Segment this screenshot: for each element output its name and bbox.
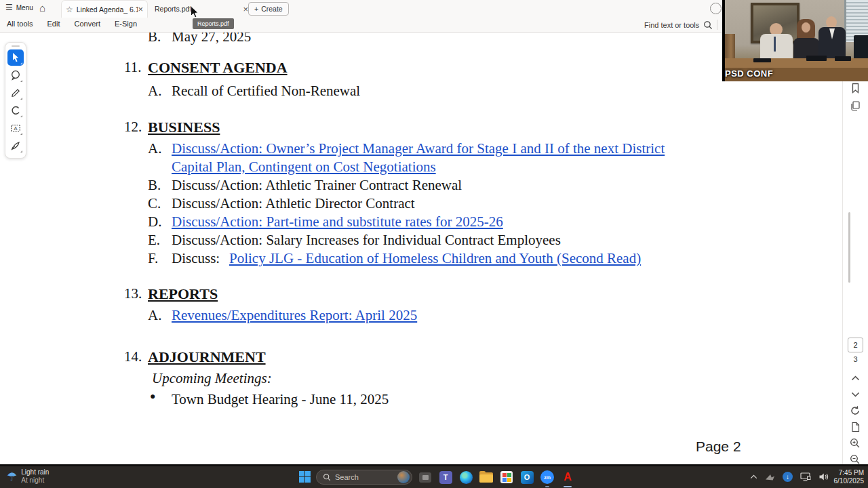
text-box-icon: A <box>10 123 21 134</box>
weather-detail: At night <box>21 476 49 485</box>
select-tool[interactable] <box>7 49 24 66</box>
store-icon <box>500 471 513 483</box>
active-indicator <box>564 486 572 488</box>
bullet-icon: ● <box>150 391 155 402</box>
previous-page-button[interactable] <box>849 372 861 384</box>
chevron-up-icon <box>851 375 860 381</box>
menu-label: Menu <box>16 4 33 12</box>
section-title: BUSINESS <box>148 119 220 136</box>
paper-plane-icon[interactable] <box>765 473 775 481</box>
search-icon <box>703 20 713 30</box>
tab-reports-pdf[interactable]: Reports.pdf × <box>149 0 254 18</box>
weather-widget[interactable]: ☂ Light rain At night <box>7 468 49 485</box>
section-number: 13. <box>124 285 142 302</box>
current-page-input[interactable]: 2 <box>848 338 863 352</box>
agenda-link[interactable]: Discuss/Action: Part-time and substitute… <box>172 214 503 230</box>
taskbar-app-store[interactable] <box>499 470 514 485</box>
agenda-line: Upcoming Meetings: <box>0 370 843 388</box>
fit-page-button[interactable] <box>849 421 861 433</box>
laptop <box>806 56 827 61</box>
rotate-page-button[interactable] <box>849 405 861 417</box>
item-text: Discuss/Action: Athletic Director Contra… <box>172 195 415 212</box>
item-label: A. <box>148 83 161 100</box>
edit-button[interactable]: Edit <box>47 20 60 28</box>
start-button[interactable] <box>299 471 311 483</box>
add-text-tool[interactable]: A <box>7 120 24 136</box>
home-button[interactable]: ⌂ <box>39 2 45 14</box>
quick-tools-palette: A <box>5 42 26 159</box>
agenda-line: F. Discuss: Policy JLG - Education of Ho… <box>0 250 843 268</box>
zoom-in-button[interactable] <box>849 437 861 449</box>
section-heading: 13. REPORTS <box>0 285 843 304</box>
page-thumbnails-button[interactable] <box>849 100 861 112</box>
pencil-icon <box>10 87 21 98</box>
agenda-line: B. Discuss/Action: Athletic Trainer Cont… <box>0 177 843 195</box>
bookmarks-button[interactable] <box>849 82 861 94</box>
palette-drag-handle[interactable] <box>12 45 20 47</box>
convert-button[interactable]: Convert <box>75 20 101 28</box>
star-icon[interactable]: ☆ <box>66 5 73 14</box>
page-number-label: Page 2 <box>696 439 741 455</box>
item-label: B. <box>148 177 161 194</box>
acrobat-icon: A <box>564 471 572 483</box>
next-page-button[interactable] <box>849 388 861 401</box>
taskbar-search[interactable]: Search <box>316 470 412 485</box>
close-tab-icon[interactable]: × <box>138 5 143 14</box>
taskbar-app-acrobat[interactable]: A <box>560 470 575 485</box>
taskbar-app-window[interactable] <box>418 470 433 485</box>
plus-icon: + <box>254 5 258 13</box>
laptop <box>753 58 771 62</box>
esign-button[interactable]: E-Sign <box>115 20 137 28</box>
zoom-out-icon <box>850 454 861 465</box>
draw-tool[interactable] <box>7 85 24 101</box>
find-text-button[interactable]: Find text or tools <box>644 20 732 30</box>
download-arrow-icon[interactable]: ↓ <box>783 472 793 482</box>
section-title: REPORTS <box>148 285 218 303</box>
agenda-link[interactable]: Discuss/Action: Owner’s Project Manager … <box>172 140 665 157</box>
section-heading: 14. ADJOURNMENT <box>0 348 843 367</box>
agenda-link[interactable]: Policy JLG - Education of Homeless Child… <box>229 250 641 267</box>
comment-tool[interactable] <box>7 67 24 83</box>
section-heading: 12. BUSINESS <box>0 119 843 137</box>
chevron-down-icon <box>851 392 860 397</box>
all-tools-button[interactable]: All tools <box>7 20 33 28</box>
speaker-icon[interactable] <box>818 472 829 481</box>
windows-taskbar: ☂ Light rain At night Search T <box>0 464 868 488</box>
page-fit-icon <box>850 422 861 432</box>
tab-linked-agenda[interactable]: ☆ Linked Agenda_ 6.10.25 _ × <box>61 0 148 18</box>
windows-logo-icon <box>305 471 311 476</box>
agenda-line: A. Revenues/Expenditures Report: April 2… <box>0 307 843 325</box>
bookmark-icon <box>850 83 861 94</box>
search-placeholder: Search <box>335 473 397 481</box>
tray-clock[interactable]: 7:45 PM 6/10/2025 <box>834 469 865 485</box>
tray-chevron-up-icon[interactable] <box>750 474 757 479</box>
agenda-link[interactable]: Revenues/Expenditures Report: April 2025 <box>172 307 417 324</box>
taskbar-app-explorer[interactable] <box>479 470 494 485</box>
search-highlight-image <box>397 471 410 483</box>
pages-icon <box>850 100 861 111</box>
taskbar-app-teams[interactable]: T <box>438 470 453 485</box>
zoom-icon: zm <box>540 470 554 484</box>
meeting-video-window[interactable]: PSD CONF <box>722 0 868 81</box>
item-label: E. <box>148 232 160 249</box>
agenda-line: Capital Plan, Contingent on Cost Negotia… <box>0 159 843 177</box>
scrollbar-thumb[interactable] <box>848 212 850 283</box>
agenda-link[interactable]: Capital Plan, Contingent on Cost Negotia… <box>172 159 436 176</box>
menu-button[interactable]: ☰ Menu <box>5 3 33 12</box>
taskbar-app-zoom[interactable]: zm <box>540 470 555 485</box>
taskbar-app-outlook[interactable]: O <box>519 470 534 485</box>
close-tab-icon[interactable]: × <box>243 5 248 14</box>
account-icon[interactable] <box>710 3 722 14</box>
taskbar-app-edge[interactable] <box>458 470 473 485</box>
section-heading: 11. CONSENT AGENDA <box>0 59 843 77</box>
lasso-tool[interactable] <box>7 102 24 119</box>
cursor-arrow-icon <box>10 52 21 63</box>
mouse-cursor <box>190 5 199 19</box>
person-left-body <box>760 34 793 60</box>
sign-tool[interactable] <box>7 138 24 154</box>
screen: B. May 27, 2025 11. CONSENT AGENDA A. Re… <box>0 0 868 488</box>
outlook-icon: O <box>521 471 534 484</box>
cast-display-icon[interactable] <box>800 472 811 481</box>
running-indicator <box>545 486 549 488</box>
create-button[interactable]: + Create <box>248 2 289 16</box>
